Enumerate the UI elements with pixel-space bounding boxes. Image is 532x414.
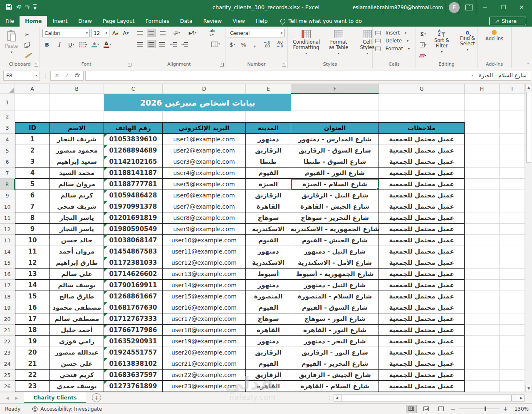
cell-C13[interactable]: 01038068147 — [104, 235, 163, 246]
cell[interactable] — [500, 313, 525, 325]
customize-qat-icon[interactable]: ▾ — [33, 4, 37, 11]
cell-G25[interactable]: عميل محتمل للجمعية — [379, 370, 465, 381]
cell-B14[interactable]: مروان أحمد — [50, 246, 104, 257]
cell-C15[interactable]: 01172381033 — [104, 257, 163, 269]
cell-E16[interactable]: أسيوط — [246, 269, 291, 280]
cell-B4[interactable]: شريف النجار — [50, 134, 104, 145]
cell-C11[interactable]: 01201691819 — [104, 212, 163, 224]
insert-cells-button[interactable]: Insert ▾ — [375, 30, 410, 36]
undo-icon[interactable]: ↶▾ — [16, 4, 21, 10]
cell[interactable] — [500, 291, 525, 302]
enter-formula-icon[interactable]: ✓ — [62, 72, 72, 79]
format-painter-icon[interactable] — [23, 52, 32, 60]
cell[interactable] — [465, 370, 500, 381]
cell-D20[interactable]: user17@example.com — [163, 313, 246, 325]
zoom-in-icon[interactable]: + — [503, 406, 508, 412]
cell-A12[interactable]: 9 — [15, 224, 50, 235]
cell[interactable] — [500, 235, 525, 246]
header-cell-phone[interactable]: رقم الهاتف — [104, 122, 163, 134]
zoom-slider[interactable] — [459, 409, 500, 409]
cell[interactable] — [500, 358, 525, 370]
cell-F16[interactable]: شارع الجمهورية - أسيوط — [291, 269, 379, 280]
cell-G10[interactable]: عميل محتمل للجمعية — [379, 201, 465, 212]
cell-A14[interactable]: 11 — [15, 246, 50, 257]
middle-align-icon[interactable] — [147, 29, 156, 37]
tab-formulas[interactable]: Formulas — [140, 16, 175, 27]
cell-B13[interactable]: خالد حسن — [50, 235, 104, 246]
alignment-dialog-launcher[interactable]: ↘ — [220, 63, 224, 67]
row-header-1[interactable]: 1 — [0, 94, 15, 111]
sort-filter-button[interactable]: AZ Sort & Filter▾ — [430, 29, 453, 60]
cell-B18[interactable]: طارق صالح — [50, 291, 104, 302]
cell[interactable] — [15, 111, 50, 122]
cell[interactable] — [465, 179, 500, 190]
cell-C24[interactable]: 01613838102 — [104, 358, 163, 370]
cell-F4[interactable]: شارع المدارس - دمنهور — [291, 134, 379, 145]
cell[interactable] — [379, 94, 465, 111]
cell[interactable] — [465, 122, 500, 134]
cell[interactable] — [465, 358, 500, 370]
row-header-22[interactable]: 22 — [0, 336, 15, 347]
cell[interactable] — [465, 190, 500, 201]
cell-C17[interactable]: 01790169911 — [104, 280, 163, 291]
row-header-20[interactable]: 20 — [0, 313, 15, 325]
cell[interactable] — [465, 212, 500, 224]
tab-file[interactable]: File — [0, 16, 20, 27]
cell-A20[interactable]: 17 — [15, 313, 50, 325]
row-header-25[interactable]: 25 — [0, 370, 15, 381]
cell[interactable] — [465, 257, 500, 269]
vertical-scroll-thumb[interactable] — [526, 92, 531, 163]
cell[interactable] — [465, 94, 500, 111]
cell-C10[interactable]: 01970991378 — [104, 201, 163, 212]
cell[interactable] — [500, 145, 525, 156]
decrease-font-icon[interactable]: A▼ — [121, 29, 130, 37]
cell-D19[interactable]: user16@example.com — [163, 302, 246, 313]
row-header-23[interactable]: 23 — [0, 347, 15, 358]
cell-D9[interactable]: user6@example.com — [163, 190, 246, 201]
cell-B12[interactable]: ياسر النجار — [50, 224, 104, 235]
number-dialog-launcher[interactable]: ↘ — [282, 63, 286, 67]
page-break-view-icon[interactable] — [436, 405, 447, 413]
tab-view[interactable]: View — [227, 16, 250, 27]
cell[interactable] — [465, 145, 500, 156]
find-select-button[interactable]: Find & Select▾ — [456, 29, 479, 60]
tell-me-box[interactable]: Tell me what you want to do — [280, 18, 361, 27]
row-header-18[interactable]: 18 — [0, 291, 15, 302]
cell-F7[interactable]: شارع النور - الفيوم — [291, 168, 379, 179]
cell-E11[interactable]: سوهاج — [246, 212, 291, 224]
page-layout-view-icon[interactable] — [421, 405, 432, 413]
cell-B24[interactable]: علي حسن — [50, 358, 104, 370]
cell-B19[interactable]: مصطفى محمود — [50, 302, 104, 313]
cell-E14[interactable]: دمنهور — [246, 246, 291, 257]
cell-G13[interactable]: عميل محتمل للجمعية — [379, 235, 465, 246]
cell-F26[interactable]: شارع السلام - القاهرة — [291, 381, 379, 392]
cell-E22[interactable]: دمنهور — [246, 336, 291, 347]
underline-button[interactable]: U▾ — [67, 40, 76, 49]
cell-E26[interactable]: القاهرة — [246, 381, 291, 392]
cell-D17[interactable]: user14@example.com — [163, 280, 246, 291]
cell-B21[interactable]: أحمد خليل — [50, 325, 104, 336]
cell-E23[interactable]: الزقازيق — [246, 347, 291, 358]
cell-A25[interactable]: 22 — [15, 370, 50, 381]
cell-F20[interactable]: شارع النور - سوهاج — [291, 313, 379, 325]
cell-F23[interactable]: شارع النور - الزقازيق — [291, 347, 379, 358]
cell-F9[interactable]: شارع النيل - الزقازيق — [291, 190, 379, 201]
row-header-16[interactable]: 16 — [0, 269, 15, 280]
tab-help[interactable]: Help — [250, 16, 273, 27]
scroll-up-icon[interactable]: ▲ — [525, 84, 532, 91]
col-header-H[interactable]: H — [465, 84, 500, 94]
cell-D22[interactable]: user19@example.com — [163, 336, 246, 347]
cell-E15[interactable]: الاسكندرية — [246, 257, 291, 269]
cell-G14[interactable]: عميل محتمل للجمعية — [379, 246, 465, 257]
paste-button[interactable]: Paste▾ — [2, 29, 20, 60]
next-sheet-icon[interactable]: ▶ — [15, 396, 18, 400]
cell-A17[interactable]: 14 — [15, 280, 50, 291]
row-header-5[interactable]: 5 — [0, 145, 15, 156]
cell[interactable] — [500, 257, 525, 269]
close-button[interactable]: ✕ — [515, 4, 528, 10]
scroll-down-icon[interactable]: ▼ — [525, 385, 532, 392]
cell[interactable] — [500, 224, 525, 235]
borders-icon[interactable]: ▾ — [79, 40, 88, 49]
insert-function-icon[interactable]: fx — [72, 72, 82, 79]
cell-B9[interactable]: كريم سالم — [50, 190, 104, 201]
